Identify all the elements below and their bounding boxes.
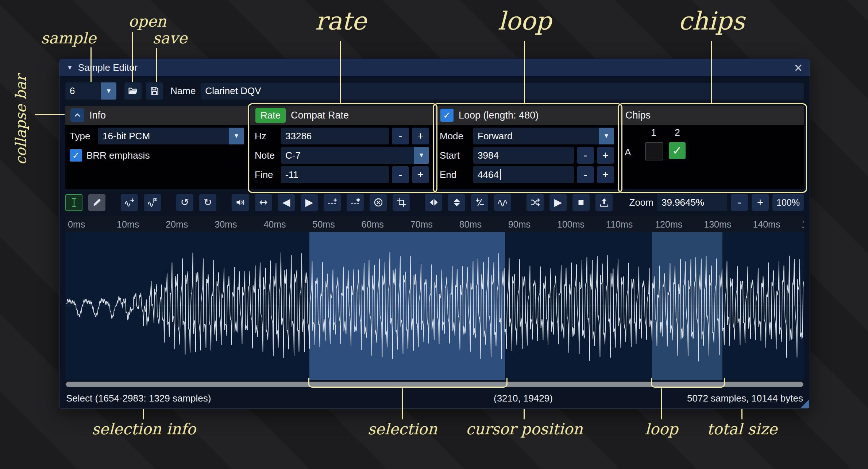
total-size-text: 5072 samples, 10144 bytes bbox=[687, 393, 803, 404]
timeline-label: 100ms bbox=[557, 219, 585, 230]
invert-button[interactable] bbox=[448, 194, 465, 211]
select-tool-button[interactable] bbox=[65, 194, 82, 211]
sample-type-value: 16-bit PCM bbox=[98, 128, 229, 144]
zoom-controls: Zoom 39.9645% - + 100% bbox=[629, 194, 804, 211]
window-collapse-icon[interactable]: ▼ bbox=[67, 64, 73, 71]
name-input[interactable]: Clarinet DQV bbox=[201, 83, 804, 100]
waveform-plot bbox=[65, 232, 804, 380]
rate-panel: Rate Compat Rate Hz 33286 - + Note C-7 bbox=[250, 106, 433, 189]
reverse-button[interactable] bbox=[425, 194, 442, 211]
mirror-tri-icon bbox=[429, 197, 439, 208]
preview-button[interactable]: ▶ bbox=[549, 194, 567, 211]
chips-panel-title: Chips bbox=[625, 110, 651, 121]
timeline-label: 120ms bbox=[655, 219, 682, 230]
reset-zoom-button[interactable]: 100% bbox=[772, 194, 804, 211]
loop-end-decrease-button[interactable]: - bbox=[577, 166, 594, 183]
chevron-up-icon bbox=[73, 111, 82, 120]
rate-badge[interactable]: Rate bbox=[255, 108, 286, 123]
amplify-button[interactable] bbox=[232, 194, 249, 211]
sample-selector[interactable]: 6 ▼ bbox=[65, 82, 116, 100]
loop-start-decrease-button[interactable]: - bbox=[577, 147, 594, 164]
zoom-input[interactable]: 39.9645% bbox=[657, 194, 727, 211]
scrollbar-thumb[interactable] bbox=[66, 382, 803, 387]
fine-input[interactable]: -11 bbox=[281, 166, 389, 183]
annotation-collapse-bar: collapse bar bbox=[12, 75, 29, 165]
timeline-label: 150 bbox=[802, 219, 804, 230]
apply-silence-button[interactable] bbox=[347, 194, 364, 211]
play-icon: ▶ bbox=[554, 197, 562, 208]
chip-1-checkbox[interactable] bbox=[645, 142, 663, 160]
timeline-label: 40ms bbox=[263, 219, 286, 230]
sample-selector-value: 6 bbox=[65, 82, 101, 100]
fade-out-button[interactable]: ▶ bbox=[301, 194, 318, 211]
chip-column-1: 1 bbox=[645, 127, 662, 138]
desktop-background: ▼ Sample Editor × 6 ▼ Name Clarinet DQV bbox=[0, 0, 868, 469]
brr-emphasis-checkbox[interactable]: ✓ bbox=[70, 149, 82, 162]
fade-in-button[interactable]: ◀ bbox=[278, 194, 295, 211]
fine-decrease-button[interactable]: - bbox=[392, 166, 409, 183]
undo-button[interactable]: ↺ bbox=[176, 194, 193, 211]
insert-silence-button[interactable] bbox=[324, 194, 341, 211]
sign-convert-button[interactable] bbox=[471, 194, 488, 211]
chips-panel: Chips 1 2 A ✓ bbox=[620, 106, 804, 189]
fine-increase-button[interactable]: + bbox=[412, 166, 429, 183]
normalize-button[interactable] bbox=[255, 194, 272, 211]
trim-button[interactable] bbox=[393, 194, 410, 211]
dash-plus-icon bbox=[327, 197, 337, 208]
chip-row-label: A bbox=[625, 147, 631, 158]
folder-open-icon bbox=[128, 86, 138, 96]
chip-2-checkbox[interactable]: ✓ bbox=[669, 142, 686, 159]
hz-increase-button[interactable]: + bbox=[412, 128, 429, 144]
info-panel-title: Info bbox=[89, 110, 106, 121]
resize-button[interactable] bbox=[121, 194, 138, 211]
chevron-down-icon: ▼ bbox=[599, 128, 614, 144]
crossfade-loop-button[interactable] bbox=[526, 194, 544, 211]
make-instrument-button[interactable] bbox=[595, 194, 613, 211]
loop-start-input[interactable]: 3984 bbox=[473, 147, 574, 164]
wave-plus-icon bbox=[124, 197, 135, 208]
loop-panel: ✓ Loop (length: 480) Mode Forward ▼ Star… bbox=[435, 106, 618, 189]
close-icon[interactable]: × bbox=[794, 61, 802, 75]
property-panels: Info Type 16-bit PCM ▼ ✓ BRR emphasis bbox=[65, 106, 804, 189]
loop-start-increase-button[interactable]: + bbox=[597, 147, 614, 164]
filter-button[interactable] bbox=[494, 194, 511, 211]
timeline-label: 30ms bbox=[215, 219, 237, 230]
resample-button[interactable] bbox=[144, 194, 161, 211]
ibeam-icon bbox=[69, 197, 79, 208]
zoom-out-button[interactable]: - bbox=[731, 194, 748, 211]
annotation-line-cursor-position bbox=[524, 409, 525, 419]
zoom-in-button[interactable]: + bbox=[752, 194, 769, 211]
collapse-info-button[interactable] bbox=[70, 108, 84, 122]
arrows-h-icon bbox=[258, 197, 269, 208]
resize-grip[interactable] bbox=[801, 400, 809, 408]
toolbar-buttons: ↺↻◀▶▶■ bbox=[65, 194, 618, 211]
hz-input[interactable]: 33286 bbox=[281, 128, 389, 144]
fade-in-icon: ◀ bbox=[282, 197, 290, 208]
loop-end-input[interactable]: 4464 bbox=[473, 166, 574, 183]
undo-icon: ↺ bbox=[181, 197, 189, 208]
stop-preview-button[interactable]: ■ bbox=[572, 194, 590, 211]
flip-tri-icon bbox=[452, 197, 462, 208]
waveform-view[interactable] bbox=[65, 232, 804, 380]
dash-star-icon bbox=[350, 197, 360, 208]
loop-panel-title: Loop (length: 480) bbox=[459, 110, 539, 121]
titlebar[interactable]: ▼ Sample Editor × bbox=[59, 59, 810, 76]
open-button[interactable] bbox=[124, 82, 142, 100]
name-label: Name bbox=[170, 85, 196, 97]
note-dropdown[interactable]: C-7 ▼ bbox=[281, 147, 429, 164]
circle-x-icon bbox=[373, 197, 383, 208]
text-caret bbox=[500, 169, 501, 180]
loop-enable-checkbox[interactable]: ✓ bbox=[440, 109, 454, 122]
save-button[interactable] bbox=[146, 82, 163, 100]
sample-type-dropdown[interactable]: 16-bit PCM ▼ bbox=[98, 128, 244, 144]
fine-label: Fine bbox=[255, 169, 281, 181]
cross-arrows-icon bbox=[530, 197, 540, 208]
waveform-scrollbar[interactable] bbox=[65, 381, 804, 387]
loop-end-increase-button[interactable]: + bbox=[597, 166, 614, 183]
draw-tool-button[interactable] bbox=[88, 194, 105, 211]
delete-button[interactable] bbox=[370, 194, 387, 211]
speaker-icon bbox=[235, 197, 246, 208]
redo-button[interactable]: ↻ bbox=[199, 194, 216, 211]
loop-mode-dropdown[interactable]: Forward ▼ bbox=[473, 128, 614, 144]
hz-decrease-button[interactable]: - bbox=[392, 128, 409, 144]
